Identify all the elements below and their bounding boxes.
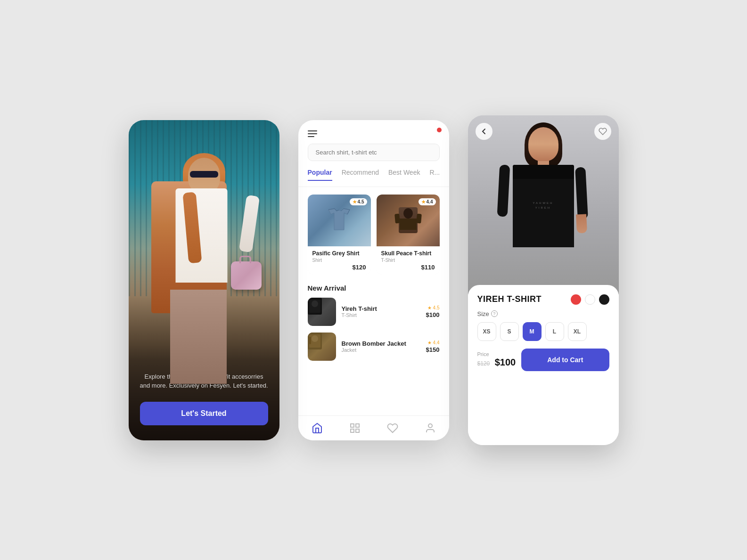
svg-rect-1 [351,424,354,427]
list-product-price-1: $100 [426,311,440,318]
product-name-2: Skull Peace T-shirt [381,250,435,257]
nav-wishlist[interactable] [387,422,398,434]
menu-button[interactable] [308,130,317,137]
list-product-image-1 [308,298,336,326]
product-rating-1: ★ 4.5 [350,198,367,205]
list-product-info-2: Brown Bomber Jacket Jacket [342,340,420,353]
list-product-tshirt[interactable]: Yireh T-shirt T-Shirt ★ 4.5 $100 [308,298,440,326]
product-card-image-2: ★ 4.4 [377,195,440,246]
screens-container: Fesyen Explore the 2021's hottest outfit… [129,115,619,445]
image-dots [526,285,560,287]
svg-point-5 [428,424,432,428]
price-label: Price [477,351,516,357]
bottom-navigation [298,415,449,440]
dot-1[interactable] [526,285,536,287]
list-image-bg-2 [308,333,336,361]
price-row: $120 $100 [477,357,516,368]
tab-recommend[interactable]: Recommend [342,169,379,181]
color-white[interactable] [585,294,595,305]
dot-3[interactable] [551,285,560,287]
dot-2[interactable] [539,285,548,287]
svg-rect-3 [351,429,354,432]
product-type: Shirt [312,258,366,263]
nav-grid[interactable] [349,422,361,434]
product-name: Pasific Grey Shirt [312,250,366,257]
size-section: Size ? XS S M L XL [477,310,609,341]
list-product-jacket[interactable]: Brown Bomber Jacket Jacket ★ 4.4 $150 [308,333,440,361]
color-selector [571,294,609,305]
tab-popular[interactable]: Popular [308,169,332,181]
new-arrival-title: New Arrival [308,284,440,292]
product-card-info-2: Skull Peace T-shirt T-Shirt $110 [377,246,440,275]
list-product-right-2: ★ 4.4 $150 [426,340,440,353]
nav-profile[interactable] [425,422,436,434]
original-price: $120 [477,360,490,367]
product-info-panel: YIREH T-SHIRT Size ? XS S M L XL [468,285,619,445]
product-rating-2: ★ 4.4 [419,198,436,205]
screen1-onboarding: Fesyen Explore the 2021's hottest outfit… [129,120,279,440]
cart-badge [437,128,442,132]
list-product-type-1: T-Shirt [342,312,420,318]
size-help-icon[interactable]: ? [491,310,498,317]
screen2-listing: Popular Recommend Best Week R... [298,120,449,440]
list-product-rating-2: ★ 4.4 [426,340,440,345]
back-button[interactable] [476,123,493,140]
grid-icon [349,422,361,434]
size-s[interactable]: S [500,322,519,341]
current-price: $100 [495,357,516,367]
list-product-right-1: ★ 4.5 $100 [426,305,440,318]
list-product-image-2 [308,333,336,361]
list-product-name-2: Brown Bomber Jacket [342,340,420,347]
search-input[interactable] [308,144,440,161]
size-label: Size ? [477,310,609,317]
list-product-type-2: Jacket [342,347,420,353]
size-options: XS S M L XL [477,322,609,341]
list-image-bg-1 [308,298,336,326]
svg-rect-2 [356,424,359,427]
list-product-info-1: Yireh T-shirt T-Shirt [342,305,420,318]
add-to-cart-button[interactable]: Add to Cart [521,349,609,371]
product-card-grey-shirt[interactable]: ★ 4.5 Pasific Grey Shirt Shirt $120 [308,195,371,275]
size-xs[interactable]: XS [477,322,496,341]
product-title-row: YIREH T-SHIRT [477,294,609,305]
svg-rect-4 [356,429,359,432]
size-l[interactable]: L [545,322,564,341]
product-card-image: ★ 4.5 [308,195,371,246]
product-type-2: T-Shirt [381,258,435,263]
star-icon: ★ [353,199,357,204]
tab-best-week[interactable]: Best Week [388,169,420,181]
color-black[interactable] [599,294,609,305]
product-purchase-row: Price $120 $100 Add to Cart [477,349,609,371]
size-m[interactable]: M [523,322,542,341]
shirt-icon [326,207,352,233]
screen2-header [298,120,449,144]
back-icon [480,128,488,135]
favorite-button[interactable] [594,123,611,140]
product-card-skull-shirt[interactable]: ★ 4.4 Skull Peace T-shirt T-Shirt $110 [377,195,440,275]
nav-home[interactable] [312,422,323,434]
heart-icon [387,422,398,434]
list-product-price-2: $150 [426,346,440,353]
color-red[interactable] [571,294,581,305]
tab-other[interactable]: R... [429,169,440,181]
star-icon-2: ★ [421,199,426,204]
product-price: $120 [312,264,366,271]
price-section: Price $120 $100 [477,351,516,368]
list-product-name-1: Yireh T-shirt [342,305,420,312]
home-icon [312,422,323,434]
product-card-info: Pasific Grey Shirt Shirt $120 [308,246,371,275]
user-icon [425,422,436,434]
list-product-rating-1: ★ 4.5 [426,305,440,310]
product-tabs: Popular Recommend Best Week R... [298,169,449,187]
screen2-body: ★ 4.5 Pasific Grey Shirt Shirt $120 [298,187,449,415]
search-bar [308,144,440,161]
size-xl[interactable]: XL [568,322,587,341]
get-started-button[interactable]: Let's Started [140,402,268,425]
product-price-2: $110 [381,264,435,271]
heart-outline-icon [599,127,607,136]
popular-products-grid: ★ 4.5 Pasific Grey Shirt Shirt $120 [308,195,440,275]
product-photo-area: YAHWEHYIREH [468,115,619,294]
product-title: YIREH T-SHIRT [477,294,542,304]
screen3-product-detail: YAHWEHYIREH [468,115,619,445]
